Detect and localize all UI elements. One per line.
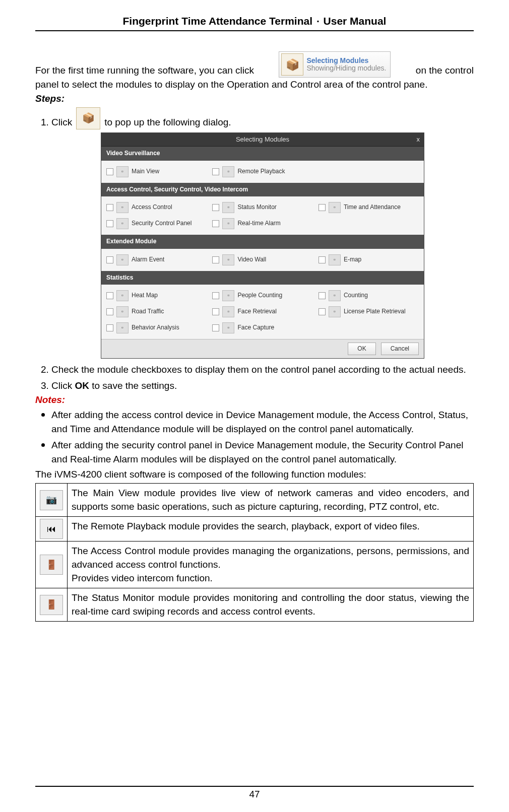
step1-b: to pop up the following dialog. [104,115,231,129]
module-icon: ▫ [222,322,234,333]
checkbox-icon[interactable] [212,256,219,263]
intro: For the first time running the software,… [35,51,474,92]
box-icon: 📦 [76,107,100,129]
module-checkbox-item[interactable]: ▫Security Control Panel [103,216,209,232]
checkbox-icon[interactable] [106,292,113,299]
cancel-button[interactable]: Cancel [381,343,419,355]
module-checkbox-item[interactable]: ▫Remote Playback [209,164,315,180]
dialog-section-2: Access Control, Security Control, Video … [101,183,424,196]
module-checkbox-item[interactable]: ▫Face Retrieval [209,304,315,320]
module-checkbox-item[interactable]: ▫E-map [315,252,421,268]
dialog-section-1: Video Surveillance [101,147,424,160]
box-icon: 📦 [281,53,303,76]
checkbox-icon[interactable] [212,168,219,175]
module-checkbox-item[interactable]: ▫Behavior Analysis [103,320,209,336]
module-desc: The Status Monitor module provides monit… [68,588,474,622]
step-3: Click OK to save the settings. [51,379,474,393]
checkbox-icon[interactable] [212,292,219,299]
header-sep: · [316,15,320,27]
checkbox-icon[interactable] [319,204,326,211]
checkbox-icon[interactable] [106,324,113,331]
module-checkbox-item[interactable]: ▫Status Monitor [209,199,315,216]
checkbox-icon[interactable] [106,308,113,315]
module-desc: The Main View module provides live view … [68,484,474,517]
access-control-icon: 🚪 [40,555,63,575]
ok-button[interactable]: OK [348,343,375,355]
intro-line1a: For the first time running the software,… [35,63,254,78]
module-label: Video Wall [237,255,266,264]
main-view-icon: 📷 [40,490,63,510]
module-label: Status Monitor [237,203,276,212]
checkbox-icon[interactable] [319,308,326,315]
table-row: 🚪 The Access Control module provides man… [36,542,474,588]
checkbox-icon[interactable] [212,220,219,227]
checkbox-icon[interactable] [319,256,326,263]
intro-line1b: on the control [416,63,474,78]
checkbox-icon[interactable] [106,204,113,211]
module-icon: ▫ [116,306,129,317]
module-label: Face Capture [237,323,274,332]
module-checkbox-item[interactable]: ▫Heat Map [103,288,209,304]
module-checkbox-item[interactable]: ▫Access Control [103,199,209,216]
remote-playback-icon: ⏮ [40,519,63,539]
module-checkbox-item[interactable]: ▫Alarm Event [103,252,209,268]
module-icon: ▫ [329,254,341,265]
checkbox-icon[interactable] [106,256,113,263]
dialog-section-4: Statistics [101,271,424,285]
note-1: After adding the access control device i… [51,407,474,436]
module-label: Alarm Event [132,255,164,264]
module-checkbox-item[interactable]: ▫Video Wall [209,252,315,268]
module-label: Road Traffic [132,307,164,316]
tooltip-title: Selecting Modules [306,57,386,64]
header-title-b: User Manual [324,15,387,27]
status-monitor-icon: 🚪 [40,595,63,615]
module-checkbox-item[interactable]: ▫License Plate Retrieval [315,304,421,320]
module-label: Behavior Analysis [132,323,179,332]
notes-list: After adding the access control device i… [35,407,474,466]
module-icon: ▫ [116,202,129,213]
module-icon: ▫ [116,254,129,265]
module-icon: ▫ [116,166,129,177]
note-2: After adding the security control panel … [51,437,474,466]
module-label: People Counting [237,291,282,300]
checkbox-icon[interactable] [106,220,113,227]
checkbox-icon[interactable] [319,292,326,299]
dialog-section-3: Extended Module [101,235,424,248]
module-label: License Plate Retrieval [344,307,406,316]
module-checkbox-item[interactable]: ▫People Counting [209,288,315,304]
module-label: Main View [132,167,159,176]
module-checkbox-item[interactable]: ▫Face Capture [209,320,315,336]
module-desc: The Access Control module provides manag… [68,542,474,588]
checkbox-icon[interactable] [106,168,113,175]
step-2: Check the module checkboxes to display t… [51,363,474,377]
table-row: 🚪 The Status Monitor module provides mon… [36,588,474,622]
module-checkbox-item[interactable]: ▫Counting [315,288,421,304]
module-label: E-map [344,255,361,264]
module-icon: ▫ [329,306,341,317]
selecting-modules-tooltip: 📦 Selecting Modules Showing/Hiding modul… [279,51,391,78]
checkbox-icon[interactable] [212,308,219,315]
selecting-modules-dialog: Selecting Modules x Video Surveillance ▫… [101,132,424,359]
step1-a: Click [51,115,72,129]
module-icon: ▫ [222,202,234,213]
module-checkbox-item[interactable]: ▫Main View [103,164,209,180]
steps-heading: Steps: [35,93,474,104]
module-icon: ▫ [116,290,129,301]
table-row: ⏮ The Remote Playback module provides th… [36,517,474,542]
table-row: 📷 The Main View module provides live vie… [36,484,474,517]
module-icon: ▫ [116,218,129,229]
checkbox-icon[interactable] [212,204,219,211]
module-icon: ▫ [222,166,234,177]
module-checkbox-item[interactable]: ▫Real-time Alarm [209,216,315,232]
intro-line2: panel to select the modules to display o… [35,78,474,92]
module-label: Face Retrieval [237,307,276,316]
module-checkbox-item[interactable]: ▫Time and Attendance [315,199,421,216]
notes-heading: Notes: [35,394,474,405]
module-label: Real-time Alarm [237,219,280,228]
tooltip-subtitle: Showing/Hiding modules. [306,64,386,72]
header-title-a: Fingerprint Time Attendance Terminal [123,15,313,27]
module-checkbox-item[interactable]: ▫Road Traffic [103,304,209,320]
module-label: Remote Playback [237,167,285,176]
close-icon[interactable]: x [417,135,420,145]
checkbox-icon[interactable] [212,324,219,331]
